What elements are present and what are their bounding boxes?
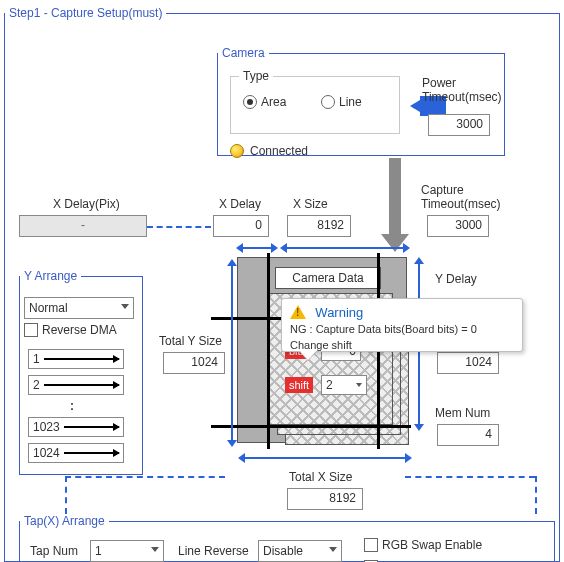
- radio-line-label: Line: [339, 95, 362, 109]
- camera-legend: Camera: [218, 46, 269, 60]
- y-row-1: 1: [28, 349, 124, 369]
- xsize-label: X Size: [293, 197, 328, 211]
- shift-combo[interactable]: 2: [321, 375, 367, 395]
- step1-legend: Step1 - Capture Setup(must): [5, 6, 166, 20]
- chevron-down-icon: [329, 547, 337, 552]
- capture-timeout-label: Capture Timeout(msec): [421, 183, 501, 211]
- camera-type-label: Type: [239, 69, 273, 83]
- warning-title: Warning: [315, 305, 363, 320]
- warning-icon: [290, 305, 306, 319]
- dashed-connector: [147, 226, 211, 228]
- memory-diagram: Camera Data bits 0 shift 2: [237, 257, 417, 453]
- warning-tooltip: Warning NG : Capture Data bits(Board bit…: [281, 298, 523, 352]
- rgbswap-checkbox[interactable]: RGB Swap Enable: [364, 538, 482, 552]
- xdelay-label: X Delay: [219, 197, 261, 211]
- mem-num-input[interactable]: 4: [437, 424, 499, 446]
- checkbox-icon: [364, 538, 378, 552]
- y-arrange-legend: Y Arrange: [20, 269, 81, 283]
- radio-dot-icon: [243, 95, 257, 109]
- y-row-1023: 1023: [28, 417, 124, 437]
- y-arrange-fieldset: Y Arrange Normal Reverse DMA 1 2 : 1023 …: [19, 269, 143, 475]
- dim-arrow-totaly: [231, 266, 233, 440]
- arrow-right-icon: [44, 384, 119, 386]
- ysize-input[interactable]: 1024: [437, 352, 499, 374]
- step1-fieldset: Step1 - Capture Setup(must) Camera Type …: [4, 6, 560, 562]
- xdelay-input[interactable]: 0: [213, 215, 269, 237]
- y-arrange-mode-value: Normal: [29, 301, 68, 315]
- reverse-dma-label: Reverse DMA: [42, 323, 117, 337]
- radio-line[interactable]: Line: [321, 95, 362, 109]
- camera-fieldset: Camera Type Area Line Connected Power Ti…: [217, 46, 505, 156]
- camera-connected-status: Connected: [230, 144, 308, 158]
- mem-num-label: Mem Num: [435, 406, 490, 420]
- radio-dot-icon: [321, 95, 335, 109]
- linerev-combo[interactable]: Disable: [258, 540, 342, 562]
- dim-arrow-xdelay: [243, 247, 271, 249]
- total-y-size-input[interactable]: 1024: [163, 352, 225, 374]
- total-x-size-label: Total X Size: [289, 470, 352, 484]
- chevron-down-icon: [121, 304, 129, 309]
- dim-arrow-xsize: [287, 247, 403, 249]
- radio-area-label: Area: [261, 95, 286, 109]
- led-icon: [230, 144, 244, 158]
- dim-arrow-totalx: [245, 457, 405, 459]
- tapx-fieldset: Tap(X) Arrange Tap Num 1 Line Reverse Di…: [19, 514, 555, 562]
- radio-area[interactable]: Area: [243, 95, 286, 109]
- dashed-connector: [405, 476, 535, 478]
- chevron-down-icon: [356, 383, 362, 387]
- xdelay-pix-input: -: [19, 215, 147, 237]
- xsize-input[interactable]: 8192: [287, 215, 351, 237]
- tapnum-label: Tap Num: [30, 544, 78, 558]
- y-arrange-mode-combo[interactable]: Normal: [24, 297, 134, 319]
- camera-type-group: Type Area Line: [230, 76, 400, 134]
- checkbox-icon: [24, 323, 38, 337]
- linerev-label: Line Reverse: [178, 544, 249, 558]
- arrow-right-icon: [64, 426, 119, 428]
- warning-text-2: Change shift: [290, 338, 514, 352]
- tapx-legend: Tap(X) Arrange: [20, 514, 109, 528]
- shift-badge: shift: [285, 377, 313, 393]
- xdelay-pix-label: X Delay(Pix): [53, 197, 120, 211]
- dashed-connector: [65, 476, 67, 514]
- ydelay-label: Y Delay: [435, 272, 477, 286]
- arrow-right-icon: [44, 358, 119, 360]
- dashed-connector: [535, 476, 537, 514]
- arrow-right-icon: [64, 452, 119, 454]
- reverse-dma-checkbox[interactable]: Reverse DMA: [24, 323, 117, 337]
- camera-data-box: Camera Data: [275, 267, 381, 289]
- connected-label: Connected: [250, 144, 308, 158]
- total-y-size-label: Total Y Size: [159, 334, 222, 348]
- capture-timeout-input[interactable]: 3000: [427, 215, 489, 237]
- tapnum-combo[interactable]: 1: [90, 540, 164, 562]
- power-timeout-label: Power Timeout(msec): [422, 76, 502, 104]
- warning-text-1: NG : Capture Data bits(Board bits) = 0: [290, 322, 514, 336]
- y-row-dots: :: [70, 399, 74, 413]
- power-timeout-input[interactable]: 3000: [428, 114, 490, 136]
- dashed-connector: [65, 476, 225, 478]
- y-row-2: 2: [28, 375, 124, 395]
- chevron-down-icon: [151, 547, 159, 552]
- y-row-1024: 1024: [28, 443, 124, 463]
- total-x-size-input[interactable]: 8192: [287, 488, 363, 510]
